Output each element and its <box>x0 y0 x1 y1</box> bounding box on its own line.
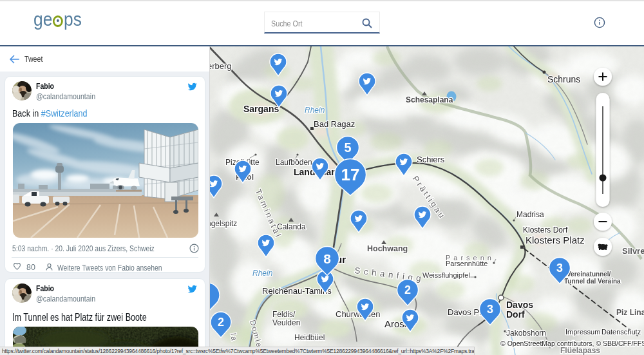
svg-text:Parsennhütte: Parsennhütte <box>446 260 488 267</box>
svg-text:ngelspitz: ngelspitz <box>210 219 237 228</box>
svg-text:Davos: Davos <box>506 300 533 310</box>
svg-text:2: 2 <box>404 283 411 296</box>
svg-text:Schesaplana: Schesaplana <box>406 95 453 104</box>
svg-text:Weissfluhgipfel: Weissfluhgipfel <box>422 271 470 279</box>
svg-text:5: 5 <box>344 140 351 155</box>
svg-text:Flüelapass: Flüelapass <box>560 346 600 355</box>
svg-text:Sargans: Sargans <box>243 104 279 114</box>
svg-text:3: 3 <box>556 262 563 274</box>
svg-text:Schiers: Schiers <box>417 155 445 164</box>
svg-text:Davos Pl: Davos Pl <box>448 307 481 317</box>
svg-text:Heidbüel: Heidbüel <box>294 333 325 342</box>
svg-text:2: 2 <box>218 316 224 329</box>
svg-text:Jakobshorn: Jakobshorn <box>506 329 546 338</box>
svg-text:3: 3 <box>487 303 493 316</box>
svg-text:Calanda: Calanda <box>277 222 306 231</box>
svg-text:Tunnel dal Veraina: Tunnel dal Veraina <box>564 278 621 285</box>
svg-text:Madrisa: Madrisa <box>516 210 544 219</box>
svg-text:Bad Ragaz: Bad Ragaz <box>314 119 355 129</box>
svg-text:Laufböden: Laufböden <box>276 158 312 167</box>
svg-text:Rhein: Rhein <box>252 269 273 278</box>
svg-text:Dorf: Dorf <box>506 309 525 320</box>
svg-text:Feldis/: Feldis/ <box>272 310 296 319</box>
svg-text:Datenschutz: Datenschutz <box>601 328 641 336</box>
svg-text:8: 8 <box>323 251 331 266</box>
svg-text:17: 17 <box>341 165 360 184</box>
svg-text:Rhein: Rhein <box>305 106 325 115</box>
svg-text:Vereinatunnel/: Vereinatunnel/ <box>567 271 611 278</box>
svg-text:erberg: erberg <box>210 61 232 71</box>
svg-text:Klosters Platz: Klosters Platz <box>526 235 585 245</box>
svg-text:© OpenStreetMap contributors,: © OpenStreetMap contributors, © SBB/CFF/… <box>500 340 644 347</box>
svg-text:Silvrett: Silvrett <box>622 246 644 256</box>
svg-text:Klosters Dorf: Klosters Dorf <box>523 225 568 235</box>
svg-text:la: la <box>229 332 239 343</box>
svg-text:Hochwang: Hochwang <box>367 244 408 253</box>
svg-text:Schruns: Schruns <box>547 74 580 84</box>
svg-text:Veulden: Veulden <box>272 318 300 327</box>
svg-text:Piz Linar: Piz Linar <box>616 308 644 317</box>
svg-text:Impressum: Impressum <box>565 328 600 336</box>
